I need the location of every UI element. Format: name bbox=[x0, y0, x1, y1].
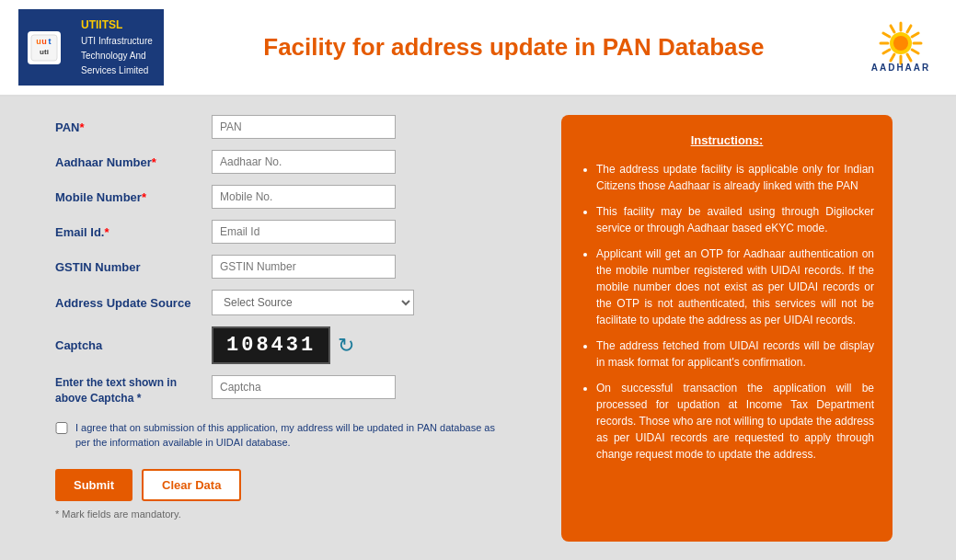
instructions-title: Instructions: bbox=[580, 131, 874, 150]
email-input[interactable] bbox=[212, 220, 396, 244]
svg-text:AADHAAR: AADHAAR bbox=[871, 63, 931, 73]
instruction-item-1: The address update facility is applicabl… bbox=[596, 161, 874, 194]
instruction-item-4: The address fetched from UIDAI records w… bbox=[596, 337, 874, 371]
instruction-item-5: On successful transaction the applicatio… bbox=[596, 380, 874, 463]
captcha-label: Captcha bbox=[55, 338, 212, 352]
mandatory-note: * Mark fields are mandatory. bbox=[55, 509, 534, 520]
svg-line-14 bbox=[912, 50, 918, 53]
uti-fullname-line2: Technology And bbox=[81, 49, 153, 63]
svg-line-17 bbox=[891, 54, 894, 61]
aadhaar-input[interactable] bbox=[212, 150, 396, 174]
captcha-image: 108431 bbox=[212, 326, 330, 364]
svg-line-21 bbox=[891, 26, 894, 32]
main-content: PAN* Aadhaar Number* Mobile Number* bbox=[0, 97, 956, 560]
svg-line-11 bbox=[907, 26, 911, 32]
svg-line-15 bbox=[907, 54, 911, 61]
svg-line-20 bbox=[883, 33, 890, 37]
header: u ti u i u u t uti UTIITSL UTI Infrastr bbox=[0, 0, 956, 97]
mobile-label: Mobile Number* bbox=[55, 190, 212, 204]
svg-text:u: u bbox=[41, 37, 47, 46]
logo-container: u ti u i u u t uti UTIITSL UTI Infrastr bbox=[18, 9, 164, 86]
captcha-input-row: Enter the text shown in above Captcha * bbox=[55, 375, 534, 406]
submit-button[interactable]: Submit bbox=[55, 469, 132, 501]
gstin-label: GSTIN Number bbox=[55, 260, 212, 274]
svg-point-23 bbox=[893, 36, 908, 51]
buttons-row: Submit Clear Data bbox=[55, 469, 534, 501]
page-title: Facility for address update in PAN Datab… bbox=[164, 33, 864, 62]
svg-text:uti: uti bbox=[40, 48, 49, 56]
instruction-item-3: Applicant will get an OTP for Aadhaar au… bbox=[596, 246, 874, 328]
svg-line-18 bbox=[883, 50, 890, 53]
uti-fullname-line1: UTI Infrastructure bbox=[81, 34, 153, 49]
address-source-row: Address Update Source Select Source Digi… bbox=[55, 290, 534, 315]
instruction-item-2: This facility may be availed using throu… bbox=[596, 203, 874, 236]
pan-input[interactable] bbox=[212, 115, 396, 139]
gstin-row: GSTIN Number bbox=[55, 255, 534, 279]
uti-name-box: UTIITSL UTI Infrastructure Technology An… bbox=[70, 9, 164, 86]
mobile-row: Mobile Number* bbox=[55, 185, 534, 209]
captcha-input[interactable] bbox=[212, 375, 396, 399]
svg-line-12 bbox=[912, 33, 918, 37]
captcha-row: Captcha 108431 ↻ bbox=[55, 326, 534, 364]
agreement-text: I agree that on submission of this appli… bbox=[75, 420, 497, 451]
address-source-select[interactable]: Select Source Digilocker Aadhaar eKYC bbox=[212, 290, 414, 315]
email-row: Email Id.* bbox=[55, 220, 534, 244]
aadhaar-label: Aadhaar Number* bbox=[55, 155, 212, 169]
gstin-input[interactable] bbox=[212, 255, 396, 279]
aadhaar-logo: AADHAAR bbox=[864, 16, 938, 80]
mobile-input[interactable] bbox=[212, 185, 396, 209]
agreement-section: I agree that on submission of this appli… bbox=[55, 420, 497, 451]
svg-text:u: u bbox=[36, 37, 41, 46]
uti-brand: u ti u i u u t uti bbox=[18, 9, 70, 86]
svg-text:t: t bbox=[49, 37, 52, 46]
email-label: Email Id.* bbox=[55, 225, 212, 239]
pan-label: PAN* bbox=[55, 120, 212, 134]
captcha-area: 108431 ↻ bbox=[212, 326, 354, 364]
address-source-label: Address Update Source bbox=[55, 296, 212, 310]
instructions-list: The address update facility is applicabl… bbox=[580, 161, 874, 463]
pan-row: PAN* bbox=[55, 115, 534, 139]
refresh-icon[interactable]: ↻ bbox=[338, 334, 354, 358]
uti-shield: u ti u i u u t uti bbox=[28, 31, 61, 64]
instructions-panel: Instructions: The address update facilit… bbox=[561, 115, 893, 542]
aadhaar-row: Aadhaar Number* bbox=[55, 150, 534, 174]
captcha-input-label: Enter the text shown in above Captcha * bbox=[55, 375, 212, 406]
utiitsl-label: UTIITSL bbox=[81, 17, 153, 34]
form-section: PAN* Aadhaar Number* Mobile Number* bbox=[55, 115, 534, 542]
clear-button[interactable]: Clear Data bbox=[142, 469, 241, 501]
uti-fullname-line3: Services Limited bbox=[81, 63, 153, 78]
agreement-checkbox[interactable] bbox=[55, 422, 68, 434]
page-wrapper: u ti u i u u t uti UTIITSL UTI Infrastr bbox=[0, 0, 956, 560]
